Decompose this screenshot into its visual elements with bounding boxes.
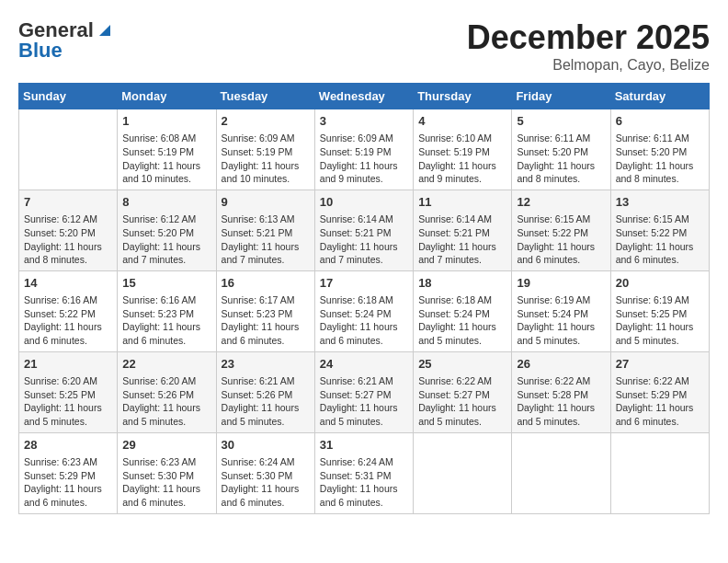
day-info: Sunrise: 6:21 AMSunset: 5:27 PMDaylight:… [320,374,408,429]
dow-header-friday: Friday [512,84,610,109]
day-number: 3 [320,113,408,130]
calendar-cell: 13Sunrise: 6:15 AMSunset: 5:22 PMDayligh… [610,190,709,270]
calendar-cell: 7Sunrise: 6:12 AMSunset: 5:20 PMDaylight… [19,190,118,270]
calendar-cell: 14Sunrise: 6:16 AMSunset: 5:22 PMDayligh… [19,270,118,351]
dow-header-tuesday: Tuesday [216,84,314,109]
logo: General Blue [18,18,114,63]
calendar-cell: 12Sunrise: 6:15 AMSunset: 5:22 PMDayligh… [512,190,610,270]
week-row: 7Sunrise: 6:12 AMSunset: 5:20 PMDaylight… [19,190,710,270]
calendar-cell: 5Sunrise: 6:11 AMSunset: 5:20 PMDaylight… [512,109,610,190]
calendar-cell: 15Sunrise: 6:16 AMSunset: 5:23 PMDayligh… [118,270,216,351]
day-info: Sunrise: 6:11 AMSunset: 5:20 PMDaylight:… [616,132,704,186]
dow-header-thursday: Thursday [414,84,512,109]
day-info: Sunrise: 6:16 AMSunset: 5:23 PMDaylight:… [122,293,210,348]
calendar-cell [19,109,118,190]
calendar-cell: 3Sunrise: 6:09 AMSunset: 5:19 PMDaylight… [314,109,413,190]
day-number: 29 [122,437,210,454]
day-number: 1 [122,113,210,130]
day-info: Sunrise: 6:20 AMSunset: 5:25 PMDaylight:… [24,374,112,429]
day-number: 2 [222,113,310,130]
day-info: Sunrise: 6:16 AMSunset: 5:22 PMDaylight:… [24,293,112,348]
day-info: Sunrise: 6:09 AMSunset: 5:19 PMDaylight:… [320,132,408,186]
day-info: Sunrise: 6:24 AMSunset: 5:31 PMDaylight:… [320,455,408,510]
calendar-cell: 4Sunrise: 6:10 AMSunset: 5:19 PMDaylight… [414,109,512,190]
day-number: 19 [517,275,605,292]
day-info: Sunrise: 6:09 AMSunset: 5:19 PMDaylight:… [222,132,310,186]
day-info: Sunrise: 6:15 AMSunset: 5:22 PMDaylight:… [517,213,605,267]
calendar-cell: 28Sunrise: 6:23 AMSunset: 5:29 PMDayligh… [19,432,118,513]
day-info: Sunrise: 6:12 AMSunset: 5:20 PMDaylight:… [24,213,112,267]
calendar-cell: 23Sunrise: 6:21 AMSunset: 5:26 PMDayligh… [216,351,314,432]
day-info: Sunrise: 6:12 AMSunset: 5:20 PMDaylight:… [122,213,210,267]
day-info: Sunrise: 6:21 AMSunset: 5:26 PMDaylight:… [222,374,310,429]
day-number: 31 [320,437,408,454]
dow-header-wednesday: Wednesday [314,84,413,109]
calendar-cell: 10Sunrise: 6:14 AMSunset: 5:21 PMDayligh… [314,190,413,270]
page-header: General Blue December 2025 Belmopan, Cay… [18,18,710,74]
day-number: 11 [418,194,506,211]
day-info: Sunrise: 6:23 AMSunset: 5:29 PMDaylight:… [24,455,112,510]
week-row: 1Sunrise: 6:08 AMSunset: 5:19 PMDaylight… [19,109,710,190]
calendar-cell [512,432,610,513]
day-number: 28 [24,437,112,454]
day-number: 23 [222,356,310,373]
calendar-cell: 20Sunrise: 6:19 AMSunset: 5:25 PMDayligh… [610,270,709,351]
calendar-cell: 21Sunrise: 6:20 AMSunset: 5:25 PMDayligh… [19,351,118,432]
dow-header-saturday: Saturday [610,84,709,109]
calendar-cell: 6Sunrise: 6:11 AMSunset: 5:20 PMDaylight… [610,109,709,190]
day-number: 5 [517,113,605,130]
title-block: December 2025 Belmopan, Cayo, Belize [467,18,710,74]
week-row: 14Sunrise: 6:16 AMSunset: 5:22 PMDayligh… [19,270,710,351]
day-number: 22 [122,356,210,373]
day-number: 4 [418,113,506,130]
calendar-cell: 25Sunrise: 6:22 AMSunset: 5:27 PMDayligh… [414,351,512,432]
day-info: Sunrise: 6:20 AMSunset: 5:26 PMDaylight:… [122,374,210,429]
week-row: 21Sunrise: 6:20 AMSunset: 5:25 PMDayligh… [19,351,710,432]
day-info: Sunrise: 6:18 AMSunset: 5:24 PMDaylight:… [418,293,506,348]
day-info: Sunrise: 6:17 AMSunset: 5:23 PMDaylight:… [222,293,310,348]
day-number: 13 [616,194,704,211]
day-info: Sunrise: 6:22 AMSunset: 5:29 PMDaylight:… [616,374,704,429]
calendar-cell: 31Sunrise: 6:24 AMSunset: 5:31 PMDayligh… [314,432,413,513]
day-info: Sunrise: 6:08 AMSunset: 5:19 PMDaylight:… [122,132,210,186]
day-info: Sunrise: 6:11 AMSunset: 5:20 PMDaylight:… [517,132,605,186]
day-number: 25 [418,356,506,373]
day-number: 8 [122,194,210,211]
day-number: 26 [517,356,605,373]
day-number: 7 [24,194,112,211]
day-of-week-row: SundayMondayTuesdayWednesdayThursdayFrid… [19,84,710,109]
day-number: 10 [320,194,408,211]
day-info: Sunrise: 6:22 AMSunset: 5:27 PMDaylight:… [418,374,506,429]
day-number: 12 [517,194,605,211]
week-row: 28Sunrise: 6:23 AMSunset: 5:29 PMDayligh… [19,432,710,513]
calendar-cell: 16Sunrise: 6:17 AMSunset: 5:23 PMDayligh… [216,270,314,351]
day-info: Sunrise: 6:22 AMSunset: 5:28 PMDaylight:… [517,374,605,429]
day-info: Sunrise: 6:19 AMSunset: 5:24 PMDaylight:… [517,293,605,348]
day-number: 18 [418,275,506,292]
calendar-table: SundayMondayTuesdayWednesdayThursdayFrid… [18,83,710,514]
day-number: 6 [616,113,704,130]
month-title: December 2025 [467,18,710,57]
day-number: 9 [222,194,310,211]
calendar-cell: 1Sunrise: 6:08 AMSunset: 5:19 PMDaylight… [118,109,216,190]
calendar-cell: 18Sunrise: 6:18 AMSunset: 5:24 PMDayligh… [414,270,512,351]
logo-blue: Blue [18,39,63,63]
dow-header-sunday: Sunday [19,84,118,109]
day-info: Sunrise: 6:19 AMSunset: 5:25 PMDaylight:… [616,293,704,348]
day-number: 20 [616,275,704,292]
day-info: Sunrise: 6:10 AMSunset: 5:19 PMDaylight:… [418,132,506,186]
day-number: 24 [320,356,408,373]
day-number: 15 [122,275,210,292]
calendar-cell: 30Sunrise: 6:24 AMSunset: 5:30 PMDayligh… [216,432,314,513]
svg-marker-0 [99,25,110,36]
day-number: 21 [24,356,112,373]
day-number: 17 [320,275,408,292]
calendar-cell [414,432,512,513]
day-number: 16 [222,275,310,292]
dow-header-monday: Monday [118,84,216,109]
day-info: Sunrise: 6:14 AMSunset: 5:21 PMDaylight:… [320,213,408,267]
calendar-cell: 2Sunrise: 6:09 AMSunset: 5:19 PMDaylight… [216,109,314,190]
day-info: Sunrise: 6:23 AMSunset: 5:30 PMDaylight:… [122,455,210,510]
day-number: 27 [616,356,704,373]
day-number: 14 [24,275,112,292]
